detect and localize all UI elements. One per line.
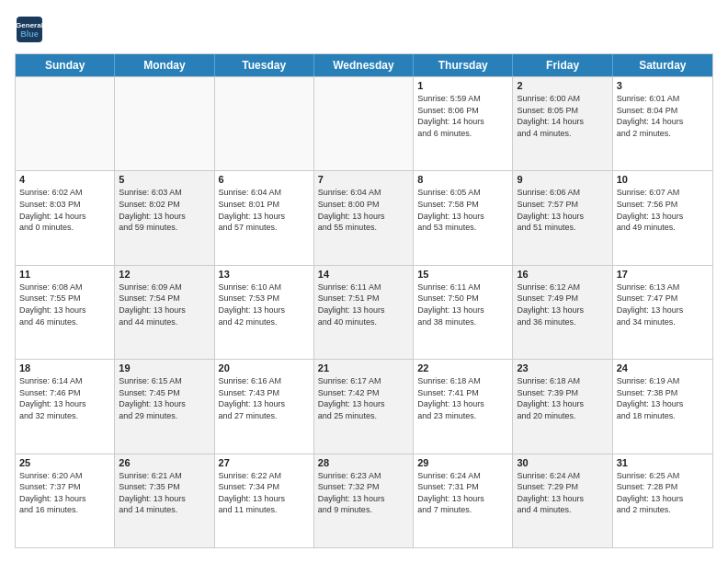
calendar-cell (16, 77, 115, 170)
calendar-cell: 19Sunrise: 6:15 AM Sunset: 7:45 PM Dayli… (115, 360, 214, 453)
day-info: Sunrise: 6:09 AM Sunset: 7:54 PM Dayligh… (119, 282, 210, 327)
day-number: 9 (517, 174, 608, 185)
calendar-cell: 27Sunrise: 6:22 AM Sunset: 7:34 PM Dayli… (215, 454, 314, 547)
day-number: 31 (617, 457, 709, 468)
header-cell-wednesday: Wednesday (314, 54, 414, 76)
day-info: Sunrise: 6:24 AM Sunset: 7:31 PM Dayligh… (417, 470, 508, 516)
calendar-header: SundayMondayTuesdayWednesdayThursdayFrid… (16, 54, 712, 76)
header-cell-friday: Friday (513, 54, 612, 76)
calendar: SundayMondayTuesdayWednesdayThursdayFrid… (15, 53, 713, 548)
calendar-row: 25Sunrise: 6:20 AM Sunset: 7:37 PM Dayli… (16, 454, 712, 547)
day-number: 3 (617, 80, 709, 91)
calendar-cell: 30Sunrise: 6:24 AM Sunset: 7:29 PM Dayli… (513, 454, 612, 547)
calendar-cell: 20Sunrise: 6:16 AM Sunset: 7:43 PM Dayli… (215, 360, 314, 453)
day-number: 1 (417, 80, 508, 91)
day-number: 12 (119, 269, 210, 280)
day-number: 5 (119, 174, 210, 185)
day-number: 28 (318, 457, 409, 468)
day-number: 14 (318, 269, 409, 280)
calendar-cell: 18Sunrise: 6:14 AM Sunset: 7:46 PM Dayli… (16, 360, 115, 453)
day-number: 19 (119, 362, 210, 373)
day-number: 24 (617, 362, 709, 373)
day-info: Sunrise: 6:08 AM Sunset: 7:55 PM Dayligh… (19, 282, 110, 327)
day-number: 21 (318, 362, 409, 373)
calendar-cell: 21Sunrise: 6:17 AM Sunset: 7:42 PM Dayli… (314, 360, 414, 453)
calendar-cell: 29Sunrise: 6:24 AM Sunset: 7:31 PM Dayli… (414, 454, 513, 547)
calendar-cell: 11Sunrise: 6:08 AM Sunset: 7:55 PM Dayli… (16, 266, 115, 359)
day-number: 18 (19, 362, 110, 373)
day-number: 27 (219, 457, 310, 468)
day-number: 20 (219, 362, 310, 373)
calendar-cell: 3Sunrise: 6:01 AM Sunset: 8:04 PM Daylig… (613, 77, 712, 170)
day-info: Sunrise: 6:17 AM Sunset: 7:42 PM Dayligh… (318, 375, 409, 421)
day-info: Sunrise: 6:04 AM Sunset: 8:01 PM Dayligh… (219, 187, 310, 233)
calendar-row: 1Sunrise: 5:59 AM Sunset: 8:06 PM Daylig… (16, 76, 712, 170)
calendar-cell: 12Sunrise: 6:09 AM Sunset: 7:54 PM Dayli… (115, 266, 214, 359)
day-number: 25 (19, 457, 110, 468)
day-info: Sunrise: 5:59 AM Sunset: 8:06 PM Dayligh… (417, 93, 508, 139)
calendar-cell: 1Sunrise: 5:59 AM Sunset: 8:06 PM Daylig… (414, 77, 513, 170)
day-info: Sunrise: 6:20 AM Sunset: 7:37 PM Dayligh… (19, 470, 110, 516)
calendar-cell: 15Sunrise: 6:11 AM Sunset: 7:50 PM Dayli… (414, 266, 513, 359)
day-number: 2 (517, 80, 608, 91)
calendar-row: 4Sunrise: 6:02 AM Sunset: 8:03 PM Daylig… (16, 170, 712, 264)
day-number: 13 (219, 269, 310, 280)
calendar-cell: 22Sunrise: 6:18 AM Sunset: 7:41 PM Dayli… (414, 360, 513, 453)
calendar-cell: 8Sunrise: 6:05 AM Sunset: 7:58 PM Daylig… (414, 171, 513, 264)
header-cell-monday: Monday (115, 54, 214, 76)
calendar-cell: 26Sunrise: 6:21 AM Sunset: 7:35 PM Dayli… (115, 454, 214, 547)
day-info: Sunrise: 6:19 AM Sunset: 7:38 PM Dayligh… (617, 375, 709, 421)
day-info: Sunrise: 6:24 AM Sunset: 7:29 PM Dayligh… (517, 470, 608, 516)
day-number: 30 (517, 457, 608, 468)
day-info: Sunrise: 6:14 AM Sunset: 7:46 PM Dayligh… (19, 375, 110, 421)
day-info: Sunrise: 6:02 AM Sunset: 8:03 PM Dayligh… (19, 187, 110, 233)
day-info: Sunrise: 6:25 AM Sunset: 7:28 PM Dayligh… (617, 470, 709, 516)
svg-text:Blue: Blue (20, 29, 39, 39)
calendar-cell: 9Sunrise: 6:06 AM Sunset: 7:57 PM Daylig… (513, 171, 612, 264)
calendar-cell: 16Sunrise: 6:12 AM Sunset: 7:49 PM Dayli… (513, 266, 612, 359)
day-info: Sunrise: 6:04 AM Sunset: 8:00 PM Dayligh… (318, 187, 409, 233)
day-number: 29 (417, 457, 508, 468)
day-info: Sunrise: 6:06 AM Sunset: 7:57 PM Dayligh… (517, 187, 608, 233)
calendar-row: 18Sunrise: 6:14 AM Sunset: 7:46 PM Dayli… (16, 359, 712, 453)
day-info: Sunrise: 6:15 AM Sunset: 7:45 PM Dayligh… (119, 375, 210, 421)
day-info: Sunrise: 6:10 AM Sunset: 7:53 PM Dayligh… (219, 282, 310, 327)
day-info: Sunrise: 6:03 AM Sunset: 8:02 PM Dayligh… (119, 187, 210, 233)
day-number: 10 (617, 174, 709, 185)
header-cell-tuesday: Tuesday (215, 54, 314, 76)
calendar-cell: 17Sunrise: 6:13 AM Sunset: 7:47 PM Dayli… (613, 266, 712, 359)
calendar-cell: 13Sunrise: 6:10 AM Sunset: 7:53 PM Dayli… (215, 266, 314, 359)
calendar-cell: 5Sunrise: 6:03 AM Sunset: 8:02 PM Daylig… (115, 171, 214, 264)
day-info: Sunrise: 6:11 AM Sunset: 7:50 PM Dayligh… (417, 282, 508, 327)
day-info: Sunrise: 6:11 AM Sunset: 7:51 PM Dayligh… (318, 282, 409, 327)
calendar-body: 1Sunrise: 5:59 AM Sunset: 8:06 PM Daylig… (16, 76, 712, 547)
calendar-cell: 6Sunrise: 6:04 AM Sunset: 8:01 PM Daylig… (215, 171, 314, 264)
day-info: Sunrise: 6:18 AM Sunset: 7:39 PM Dayligh… (517, 375, 608, 421)
calendar-cell (314, 77, 414, 170)
day-info: Sunrise: 6:13 AM Sunset: 7:47 PM Dayligh… (617, 282, 709, 327)
day-number: 22 (417, 362, 508, 373)
calendar-cell: 24Sunrise: 6:19 AM Sunset: 7:38 PM Dayli… (613, 360, 712, 453)
header-cell-saturday: Saturday (613, 54, 712, 76)
day-info: Sunrise: 6:01 AM Sunset: 8:04 PM Dayligh… (617, 93, 709, 139)
calendar-cell: 25Sunrise: 6:20 AM Sunset: 7:37 PM Dayli… (16, 454, 115, 547)
calendar-cell: 28Sunrise: 6:23 AM Sunset: 7:32 PM Dayli… (314, 454, 414, 547)
day-number: 17 (617, 269, 709, 280)
calendar-cell: 2Sunrise: 6:00 AM Sunset: 8:05 PM Daylig… (513, 77, 612, 170)
day-info: Sunrise: 6:21 AM Sunset: 7:35 PM Dayligh… (119, 470, 210, 516)
svg-text:General: General (16, 21, 43, 29)
calendar-cell: 14Sunrise: 6:11 AM Sunset: 7:51 PM Dayli… (314, 266, 414, 359)
calendar-cell: 31Sunrise: 6:25 AM Sunset: 7:28 PM Dayli… (613, 454, 712, 547)
calendar-cell (215, 77, 314, 170)
calendar-row: 11Sunrise: 6:08 AM Sunset: 7:55 PM Dayli… (16, 265, 712, 359)
page: General Blue SundayMondayTuesdayWednesda… (0, 0, 728, 563)
header: General Blue (15, 15, 713, 44)
day-number: 6 (219, 174, 310, 185)
day-number: 15 (417, 269, 508, 280)
day-number: 7 (318, 174, 409, 185)
day-number: 16 (517, 269, 608, 280)
day-number: 23 (517, 362, 608, 373)
day-info: Sunrise: 6:22 AM Sunset: 7:34 PM Dayligh… (219, 470, 310, 516)
day-info: Sunrise: 6:00 AM Sunset: 8:05 PM Dayligh… (517, 93, 608, 139)
day-info: Sunrise: 6:07 AM Sunset: 7:56 PM Dayligh… (617, 187, 709, 233)
